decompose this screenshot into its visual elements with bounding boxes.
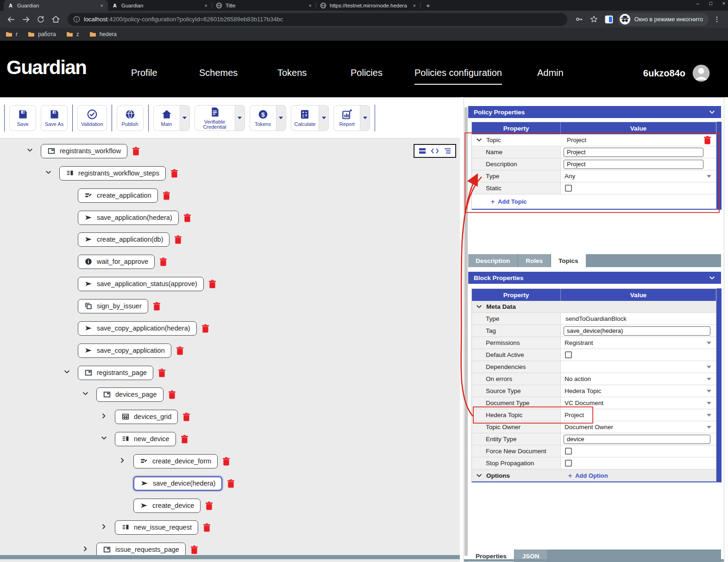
delete-block-icon[interactable]: [201, 324, 209, 333]
tab-close-icon[interactable]: ×: [204, 3, 208, 8]
delete-block-icon[interactable]: [158, 368, 166, 377]
save-button[interactable]: Save: [9, 105, 36, 131]
delete-block-icon[interactable]: [190, 545, 198, 554]
report-dropdown-button[interactable]: [360, 105, 370, 131]
reload-icon[interactable]: [34, 13, 47, 26]
default-active-checkbox[interactable]: [565, 351, 572, 358]
delete-block-icon[interactable]: [163, 191, 170, 200]
delete-block-icon[interactable]: [159, 257, 167, 266]
collapse-icon[interactable]: [709, 275, 715, 281]
table-scrollbar[interactable]: [716, 288, 722, 482]
avatar[interactable]: [692, 64, 710, 82]
expander-right-icon[interactable]: [100, 523, 107, 532]
browser-tab[interactable]: https://testnet.mirrornode.hedera×: [316, 0, 420, 11]
nav-item-tokens[interactable]: Tokens: [277, 68, 307, 78]
add-add-option-link[interactable]: +Add Option: [568, 472, 608, 479]
verifiable-credential-dropdown-button[interactable]: [235, 105, 245, 131]
dropdown-arrow-icon[interactable]: [707, 175, 711, 178]
tab-description[interactable]: Description: [468, 254, 517, 267]
main-dropdown-button[interactable]: [180, 105, 190, 131]
nav-item-policies-configuration[interactable]: Policies configuration: [414, 68, 502, 78]
table-scrollbar[interactable]: [716, 122, 722, 210]
tree-block-registrants-page[interactable]: registrants_page: [78, 366, 153, 380]
delete-block-icon[interactable]: [208, 280, 216, 288]
bookmark-item[interactable]: z: [66, 31, 79, 37]
tag-input[interactable]: [564, 326, 710, 336]
expander-down-icon[interactable]: [476, 303, 483, 310]
bookmark-star-icon[interactable]: [588, 13, 601, 26]
nav-item-admin[interactable]: Admin: [537, 68, 564, 78]
tree-block-new-issue-request[interactable]: new_issue_request: [115, 520, 198, 535]
forward-icon[interactable]: [19, 13, 32, 26]
site-info-icon[interactable]: [73, 16, 80, 23]
tab-close-icon[interactable]: ×: [308, 3, 313, 8]
browser-menu-icon[interactable]: [710, 13, 723, 26]
property-value-cell[interactable]: Hedera Topic: [561, 387, 716, 394]
validation-button[interactable]: Validation: [77, 105, 107, 131]
dropdown-arrow-icon[interactable]: [707, 414, 711, 417]
dropdown-arrow-icon[interactable]: [707, 402, 711, 405]
tree-block-create-application-db[interactable]: create_application(db): [78, 232, 169, 247]
publish-button[interactable]: Publish: [117, 105, 144, 131]
panel-scrollbar[interactable]: [464, 107, 468, 556]
expander-down-icon[interactable]: [63, 368, 70, 377]
close-icon[interactable]: ×: [722, 0, 725, 6]
delete-block-icon[interactable]: [176, 346, 184, 355]
dropdown-arrow-icon[interactable]: [707, 366, 711, 368]
nav-item-profile[interactable]: Profile: [131, 68, 157, 78]
description-input[interactable]: [564, 160, 703, 169]
user-menu[interactable]: 6ukzo84o: [643, 64, 710, 82]
add-add-topic-link[interactable]: +Add Topic: [490, 198, 527, 205]
expander-down-icon[interactable]: [476, 137, 483, 144]
dropdown-arrow-icon[interactable]: [707, 390, 711, 393]
delete-block-icon[interactable]: [153, 302, 161, 311]
tokens-dropdown-button[interactable]: [276, 105, 286, 131]
tree-block-save-application-status-approve[interactable]: save_application_status(approve): [78, 277, 204, 291]
expander-down-icon[interactable]: [82, 390, 89, 399]
delete-block-icon[interactable]: [182, 412, 190, 421]
tree-block-registrants-workflow-steps[interactable]: registrants_workflow_steps: [59, 166, 166, 181]
tokens-button[interactable]: $Tokens: [250, 105, 276, 131]
delete-block-icon[interactable]: [132, 147, 140, 156]
property-value-cell[interactable]: Project: [561, 412, 716, 418]
property-value-cell[interactable]: VC Document: [561, 400, 716, 406]
bookmark-item[interactable]: работа: [28, 31, 56, 37]
delete-block-icon[interactable]: [181, 435, 188, 443]
dropdown-arrow-icon[interactable]: [707, 342, 711, 344]
property-value-cell[interactable]: Any: [561, 173, 716, 180]
report-button[interactable]: Report: [333, 105, 360, 131]
expander-down-icon[interactable]: [476, 472, 483, 479]
force-new-document-checkbox[interactable]: [565, 448, 572, 455]
tree-block-registrants-workflow[interactable]: registrants_workflow: [41, 144, 127, 158]
save-as-button[interactable]: Save As: [41, 105, 68, 131]
tree-block-devices-grid[interactable]: devices_grid: [115, 410, 178, 424]
calculate-button[interactable]: Calculate: [291, 105, 320, 131]
address-bar[interactable]: localhost:4200/policy-configuration?poli…: [68, 13, 567, 26]
tree-block-create-device[interactable]: create_device: [133, 499, 201, 513]
tree-block-create-application[interactable]: create_application: [78, 188, 158, 203]
dropdown-arrow-icon[interactable]: [707, 426, 711, 429]
canvas-scrollbar[interactable]: [0, 555, 460, 559]
tab-topics[interactable]: Topics: [551, 254, 586, 267]
new-tab-button[interactable]: +: [420, 0, 436, 11]
property-value-cell[interactable]: Document Owner: [561, 424, 716, 431]
tab-close-icon[interactable]: ×: [412, 3, 417, 8]
delete-block-icon[interactable]: [183, 213, 191, 222]
key-icon[interactable]: [573, 13, 586, 26]
block-properties-header[interactable]: Block Properties: [468, 272, 721, 284]
browser-tab[interactable]: AGuardian×: [4, 0, 108, 11]
tree-block-wait-for-approve[interactable]: wait_for_approve: [78, 255, 155, 269]
expander-down-icon[interactable]: [26, 147, 33, 156]
entity-type-input[interactable]: [564, 435, 710, 444]
tree-block-devices-page[interactable]: devices_page: [96, 387, 163, 402]
delete-block-icon[interactable]: [227, 479, 235, 488]
static-checkbox[interactable]: [565, 185, 572, 192]
tree-block-save-copy-application-hedera[interactable]: save_copy_application(hedera): [78, 321, 197, 336]
tree-block-new-device[interactable]: new_device: [115, 432, 176, 446]
verifiable-credential-button[interactable]: Verifiable Credential: [195, 105, 235, 131]
dropdown-arrow-icon[interactable]: [707, 378, 711, 381]
collapse-icon[interactable]: [709, 109, 715, 116]
delete-block-icon[interactable]: [174, 235, 182, 244]
back-icon[interactable]: [5, 13, 18, 26]
delete-block-icon[interactable]: [170, 169, 178, 178]
